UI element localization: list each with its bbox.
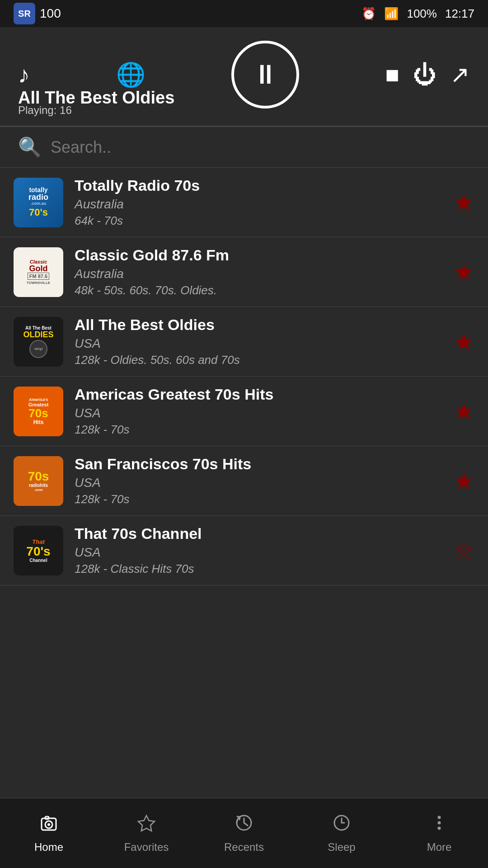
app-icon: SR [14,3,35,24]
station-logo: America's Greatest 70s Hits [14,387,63,436]
station-name: San Franciscos 70s Hits [75,455,442,473]
svg-point-7 [438,816,441,819]
station-logo: Classic Gold FM 87.6 TOWNSVILLE [14,247,63,297]
station-item[interactable]: 70s radiohits .com San Franciscos 70s Hi… [0,446,488,516]
station-info: All The Best Oldies USA 128k - Oldies. 5… [75,316,442,367]
station-item[interactable]: That 70's Channel That 70s Channel USA 1… [0,516,488,585]
status-signal: 100 [40,6,61,21]
nav-favorites-label: Favorites [124,841,169,854]
search-input[interactable] [51,138,470,157]
station-name: That 70s Channel [75,525,442,542]
station-info: Americas Greatest 70s Hits USA 128k - 70… [75,386,442,437]
station-meta: 48k - 50s. 60s. 70s. Oldies. [75,283,442,297]
station-name: Classic Gold 87.6 Fm [75,246,442,264]
station-info: San Franciscos 70s Hits USA 128k - 70s [75,455,442,506]
playing-count-label: Playing: 16 [18,104,72,117]
station-name: Americas Greatest 70s Hits [75,386,442,403]
station-info: Totally Radio 70s Australia 64k - 70s [75,177,442,228]
sleep-icon [332,813,352,837]
station-item[interactable]: Classic Gold FM 87.6 TOWNSVILLE Classic … [0,237,488,307]
station-info: That 70s Channel USA 128k - Classic Hits… [75,525,442,576]
svg-point-8 [438,821,441,825]
now-playing-title: All The Best Oldies [18,84,470,117]
station-item[interactable]: America's Greatest 70s Hits Americas Gre… [0,377,488,446]
player-area: ♪ 🌐 ⏸ ■ ⏻ ↗ Playing: 16 All The Best Old… [0,27,488,126]
station-list: totally radio .com.au 70's Totally Radio… [0,168,488,780]
station-country: Australia [75,267,442,281]
recents-icon [234,813,254,837]
favorite-button[interactable]: ★ [453,398,474,425]
favorite-button[interactable]: ★ [453,259,474,286]
nav-sleep-label: Sleep [328,841,355,854]
nav-favorites[interactable]: Favorites [98,808,195,858]
station-meta: 128k - Classic Hits 70s [75,562,442,576]
station-meta: 64k - 70s [75,214,442,228]
favorites-icon [136,813,156,837]
station-logo: totally radio .com.au 70's [14,178,63,227]
time-label: 12:17 [445,7,474,21]
more-icon [429,813,449,837]
nav-home-label: Home [34,841,63,854]
status-left: SR 100 [14,3,61,24]
station-country: USA [75,545,442,560]
favorite-button[interactable]: ★ [453,189,474,216]
station-logo: That 70's Channel [14,526,63,576]
svg-point-2 [47,823,50,826]
alarm-icon: ⏰ [361,7,376,21]
station-name: Totally Radio 70s [75,177,442,194]
battery-label: 100% [407,7,437,21]
bottom-nav: Home Favorites Recents Sleep [0,798,488,868]
status-bar: SR 100 ⏰ 📶 100% 12:17 [0,0,488,27]
svg-marker-4 [138,816,155,831]
nav-more[interactable]: More [390,808,488,858]
station-meta: 128k - 70s [75,423,442,437]
station-logo: All The Best OLDIES vinyl [14,317,63,367]
now-playing-name: All The Best Oldies [18,88,470,108]
nav-recents-label: Recents [224,841,264,854]
favorite-button[interactable]: ☆ [453,537,474,564]
wifi-icon: 📶 [384,7,399,21]
station-country: USA [75,406,442,420]
svg-point-9 [438,827,441,830]
station-logo: 70s radiohits .com [14,456,63,506]
nav-recents[interactable]: Recents [195,808,293,858]
station-country: Australia [75,197,442,212]
nav-more-label: More [427,841,452,854]
station-country: USA [75,476,442,490]
station-name: All The Best Oldies [75,316,442,334]
nav-home[interactable]: Home [0,808,98,858]
station-item[interactable]: All The Best OLDIES vinyl All The Best O… [0,307,488,377]
home-icon [39,813,59,837]
station-country: USA [75,336,442,351]
station-info: Classic Gold 87.6 Fm Australia 48k - 50s… [75,246,442,297]
favorite-button[interactable]: ★ [453,328,474,355]
status-right: ⏰ 📶 100% 12:17 [361,7,474,21]
station-meta: 128k - Oldies. 50s. 60s and 70s [75,353,442,367]
search-bar[interactable]: 🔍 [0,127,488,168]
nav-sleep[interactable]: Sleep [293,808,390,858]
station-item[interactable]: totally radio .com.au 70's Totally Radio… [0,168,488,237]
favorite-button[interactable]: ★ [453,467,474,495]
station-meta: 128k - 70s [75,492,442,506]
search-icon: 🔍 [18,136,42,158]
